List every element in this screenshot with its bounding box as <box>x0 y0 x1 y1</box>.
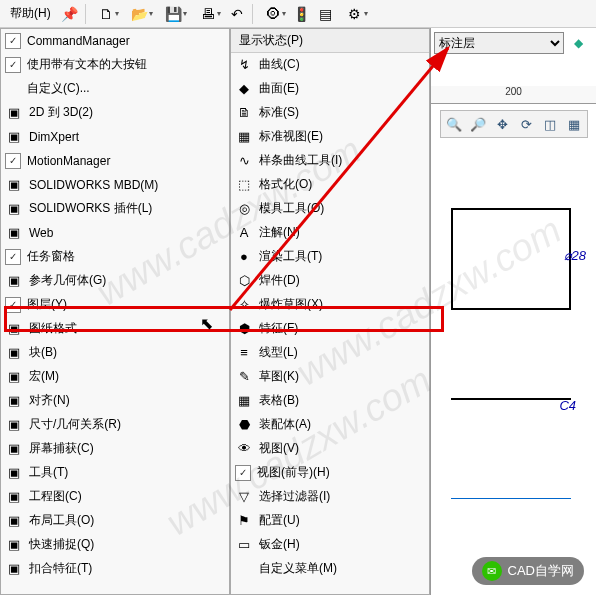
drawing-canvas[interactable]: 200 🔍 🔎 ✥ ⟳ ◫ ▦ ⌀28 C4 <box>430 28 596 595</box>
config-icon: ⚑ <box>235 512 253 530</box>
menu-item[interactable]: ✓图层(Y) <box>1 293 229 317</box>
menu-item[interactable]: ✓视图(前导)(H) <box>231 461 429 485</box>
menu-item-customize[interactable]: 自定义菜单(M) <box>231 557 429 581</box>
explode-icon: ✧ <box>235 296 253 314</box>
save-button[interactable]: 💾 <box>158 3 190 25</box>
menu-item-label: 曲面(E) <box>259 80 425 97</box>
standard-icon: 🗎 <box>235 104 253 122</box>
zoom-area-icon[interactable]: 🔎 <box>467 113 489 135</box>
menu-item[interactable]: A注解(N) <box>231 221 429 245</box>
menu-item-label: 对齐(N) <box>29 392 225 409</box>
menu-item-label: 宏(M) <box>29 368 225 385</box>
menu-item-label: 特征(F) <box>259 320 425 337</box>
menu-item[interactable]: ▣布局工具(O) <box>1 509 229 533</box>
menu-item-label: SOLIDWORKS 插件(L) <box>29 200 225 217</box>
menu-item[interactable]: ⬣装配体(A) <box>231 413 429 437</box>
menu-item[interactable]: ▣工程图(C) <box>1 485 229 509</box>
menu-item[interactable]: ▣图纸格式 <box>1 317 229 341</box>
weld-icon: ⬡ <box>235 272 253 290</box>
menu-item[interactable]: ▣SOLIDWORKS MBD(M) <box>1 173 229 197</box>
select-tool-button[interactable]: ⭗ <box>257 3 289 25</box>
menu-item[interactable]: ✎草图(K) <box>231 365 429 389</box>
new-file-button[interactable]: 🗋 <box>90 3 122 25</box>
help-menu[interactable]: 帮助(H) <box>4 5 57 22</box>
menu-item[interactable]: ▣对齐(N) <box>1 389 229 413</box>
menu-item-label: 扣合特征(T) <box>29 560 225 577</box>
render-icon: ● <box>235 248 253 266</box>
menu-item[interactable]: ⬢特征(F) <box>231 317 429 341</box>
tools-icon: ▣ <box>5 464 23 482</box>
menu-item-label: 曲线(C) <box>259 56 425 73</box>
menu-item-label: 图纸格式 <box>29 320 225 337</box>
menu-item[interactable]: ≡线型(L) <box>231 341 429 365</box>
menu-item[interactable]: ▣屏幕捕获(C) <box>1 437 229 461</box>
menu-item[interactable]: ◎模具工具(O) <box>231 197 429 221</box>
display-icon[interactable]: ▦ <box>563 113 585 135</box>
annot-icon: A <box>235 224 253 242</box>
menu-item-label: 尺寸/几何关系(R) <box>29 416 225 433</box>
menu-item[interactable]: ↯曲线(C) <box>231 53 429 77</box>
menu-item[interactable]: ◆曲面(E) <box>231 77 429 101</box>
menu-item[interactable]: ▦表格(B) <box>231 389 429 413</box>
print-button[interactable]: 🖶 <box>192 3 224 25</box>
layer-stack-icon[interactable]: ◆ <box>568 33 588 53</box>
menu-item-label: 选择过滤器(I) <box>259 488 425 505</box>
menu-item-label: SOLIDWORKS MBD(M) <box>29 178 225 192</box>
menu-item[interactable]: ▣参考几何体(G) <box>1 269 229 293</box>
menu-item-label: 草图(K) <box>259 368 425 385</box>
menu-item[interactable]: ▣Web <box>1 221 229 245</box>
layer-dropdown[interactable]: 标注层 <box>434 32 564 54</box>
zoom-fit-icon[interactable]: 🔍 <box>443 113 465 135</box>
menu-item[interactable]: ▣尺寸/几何关系(R) <box>1 413 229 437</box>
menu-item[interactable]: ▣DimXpert <box>1 125 229 149</box>
checkmark-icon: ✓ <box>5 57 21 73</box>
pan-icon[interactable]: ✥ <box>491 113 513 135</box>
traffic-icon[interactable]: 🚦 <box>291 3 313 25</box>
menu-item[interactable]: ✓使用带有文本的大按钮 <box>1 53 229 77</box>
menu-item-label: CommandManager <box>27 34 225 48</box>
menu-item[interactable]: ✓MotionManager <box>1 149 229 173</box>
menu-item-label: 参考几何体(G) <box>29 272 225 289</box>
menu-item[interactable]: ⚑配置(U) <box>231 509 429 533</box>
pin-icon[interactable]: 📌 <box>59 3 81 25</box>
menu-item[interactable]: 🗎标准(S) <box>231 101 429 125</box>
menu-item[interactable]: ▣扣合特征(T) <box>1 557 229 581</box>
sheetmetal-icon: ▭ <box>235 536 253 554</box>
menu-item[interactable]: ▭钣金(H) <box>231 533 429 557</box>
undo-button[interactable]: ↶ <box>226 3 248 25</box>
spline-icon: ∿ <box>235 152 253 170</box>
menu-item[interactable]: ▣SOLIDWORKS 插件(L) <box>1 197 229 221</box>
open-file-button[interactable]: 📂 <box>124 3 156 25</box>
menu-item[interactable]: ▣快速捕捉(Q) <box>1 533 229 557</box>
rotate-icon[interactable]: ⟳ <box>515 113 537 135</box>
menu-item[interactable]: ▣工具(T) <box>1 461 229 485</box>
menu-item[interactable]: ▽选择过滤器(I) <box>231 485 429 509</box>
menu-item[interactable]: ⬡焊件(D) <box>231 269 429 293</box>
menu-item[interactable]: 👁视图(V) <box>231 437 429 461</box>
menu-item-label: 快速捕捉(Q) <box>29 536 225 553</box>
menu-item[interactable]: ✧爆炸草图(X) <box>231 293 429 317</box>
menu-item[interactable]: ▣块(B) <box>1 341 229 365</box>
settings-button[interactable]: ⚙ <box>339 3 371 25</box>
section-icon[interactable]: ◫ <box>539 113 561 135</box>
dimrel-icon: ▣ <box>5 416 23 434</box>
menu-item[interactable]: ▣2D 到 3D(2) <box>1 101 229 125</box>
menu-item[interactable]: ▣宏(M) <box>1 365 229 389</box>
menu-item[interactable]: ▦标准视图(E) <box>231 125 429 149</box>
menu-item-label: 图层(Y) <box>27 296 225 313</box>
menu-item-label: 工具(T) <box>29 464 225 481</box>
dimension-chamfer: C4 <box>559 398 576 413</box>
menu-item-label: DimXpert <box>29 130 225 144</box>
menu-item[interactable]: ✓CommandManager <box>1 29 229 53</box>
menu-item[interactable]: ●渲染工具(T) <box>231 245 429 269</box>
menu-item[interactable]: ∿样条曲线工具(I) <box>231 149 429 173</box>
menu-item[interactable]: ⬚格式化(O) <box>231 173 429 197</box>
submenu-header[interactable]: 显示状态(P) <box>231 29 429 53</box>
macro-icon: ▣ <box>5 368 23 386</box>
menu-item[interactable]: ✓任务窗格 <box>1 245 229 269</box>
list-icon[interactable]: ▤ <box>315 3 337 25</box>
surface-icon: ◆ <box>235 80 253 98</box>
menu-item-label: 注解(N) <box>259 224 425 241</box>
menu-item[interactable]: 自定义(C)... <box>1 77 229 101</box>
wechat-badge: ✉ CAD自学网 <box>472 557 584 585</box>
